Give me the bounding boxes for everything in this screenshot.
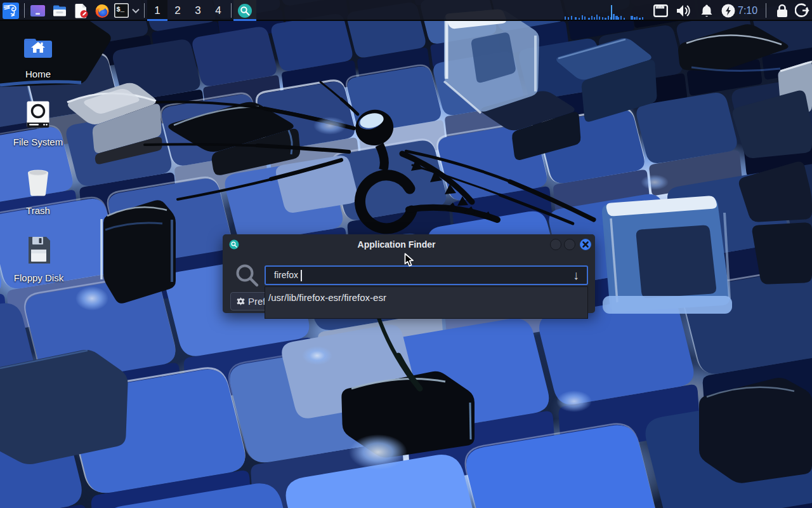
svg-text:$_: $_	[116, 6, 124, 13]
